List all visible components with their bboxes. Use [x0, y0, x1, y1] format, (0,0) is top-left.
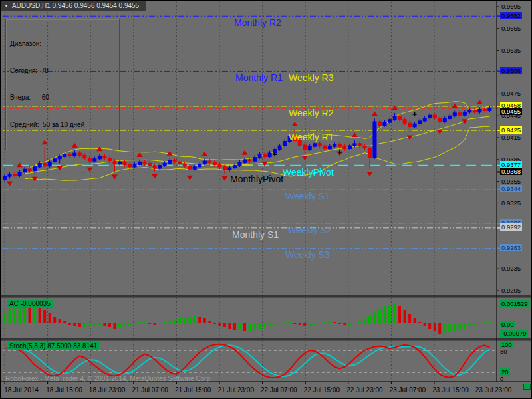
candle [88, 158, 91, 161]
ac-bar [168, 321, 171, 323]
candle [428, 115, 432, 118]
ac-bar [223, 323, 226, 327]
info-line-range: Диапазон: [10, 39, 115, 49]
ac-bar [483, 322, 486, 323]
info-line-average: Средний: 50 за 10 дней [10, 120, 115, 130]
platform-copyright: RoboForex - MetaTrader 4, © 2001-2014, M… [5, 375, 212, 382]
candle [363, 146, 366, 148]
ac-bar [408, 314, 411, 323]
fractal-down-icon [366, 172, 372, 176]
fractal-down-icon [462, 119, 467, 124]
candle [228, 168, 231, 170]
candle [383, 122, 386, 125]
candle [168, 160, 172, 163]
fractal-down-icon [86, 168, 92, 172]
ac-bar [98, 323, 101, 325]
ac-bar [473, 323, 476, 325]
ac-bar [123, 323, 126, 326]
candle [3, 176, 7, 179]
candle [343, 146, 346, 148]
candle [288, 136, 291, 142]
ac-bar [338, 323, 341, 324]
ac-bar [478, 323, 481, 324]
fractal-up-icon [137, 152, 143, 157]
candle [393, 116, 396, 119]
candle [368, 148, 371, 157]
candle [473, 110, 476, 112]
ac-bar [78, 323, 81, 327]
time-scale[interactable] [1, 382, 497, 397]
ac-bar [9, 309, 11, 323]
candle [8, 174, 11, 176]
candle [468, 110, 471, 112]
ac-bar [319, 323, 321, 324]
ac-bar [174, 319, 176, 323]
ac-bar [283, 322, 286, 323]
ac-bar [83, 323, 86, 327]
ac-bar [424, 323, 426, 326]
candle [413, 124, 416, 126]
ac-bar [108, 323, 111, 327]
price-scale[interactable] [497, 1, 531, 382]
candle [283, 142, 287, 146]
ac-bar [269, 323, 271, 326]
stochastic-indicator-label[interactable]: Stoch(5,3,3) 87.5000 83.8141 [7, 342, 99, 350]
ac-bar [323, 322, 326, 323]
candle [318, 144, 321, 146]
ac-bar [343, 323, 346, 325]
ac-bar [39, 306, 41, 323]
candle [188, 166, 192, 169]
candle [258, 154, 261, 157]
ac-bar [3, 313, 6, 323]
ac-bar [238, 323, 241, 330]
candle [328, 146, 331, 148]
candle [388, 120, 392, 122]
candle [208, 161, 211, 162]
ac-bar [154, 323, 156, 325]
dropdown-arrow-icon[interactable]: ▼ [4, 1, 9, 10]
candle [158, 166, 162, 168]
ac-bar [138, 322, 141, 323]
candle [373, 122, 376, 158]
candle [233, 166, 236, 168]
candle [453, 113, 456, 116]
ac-bar [13, 306, 16, 323]
candle [358, 144, 361, 146]
ac-bar [384, 306, 386, 323]
ac-bar [363, 318, 366, 323]
ac-bar [358, 321, 361, 323]
fractal-down-icon [437, 130, 443, 134]
ac-bar [289, 322, 291, 323]
ac-bar [213, 323, 216, 324]
ac-bar [178, 318, 181, 323]
ac-bar [378, 309, 381, 323]
candle [203, 161, 206, 164]
candle [223, 167, 226, 170]
ac-bar [49, 313, 51, 323]
ac-bar [118, 323, 121, 327]
candle [353, 144, 356, 146]
ac-bar [263, 323, 266, 327]
candle [448, 116, 452, 118]
candle [163, 163, 166, 165]
candle [23, 169, 27, 172]
ac-bar [299, 323, 301, 325]
candle [433, 115, 436, 118]
fractal-up-icon [352, 132, 358, 137]
candle [118, 162, 121, 164]
ac-bar [458, 323, 461, 330]
candle [108, 158, 111, 161]
candle [418, 121, 422, 124]
ac-bar [373, 311, 376, 323]
fractal-up-icon [292, 122, 298, 126]
ac-bar [398, 306, 401, 323]
candle [28, 169, 31, 170]
ac-bar [248, 323, 251, 331]
ac-bar [103, 323, 106, 326]
candle [213, 162, 216, 164]
ac-bar [438, 323, 441, 334]
candle [308, 146, 311, 149]
ac-indicator-label[interactable]: AC -0.000035 [7, 300, 53, 308]
ac-bar [428, 323, 431, 329]
candle [123, 162, 126, 164]
